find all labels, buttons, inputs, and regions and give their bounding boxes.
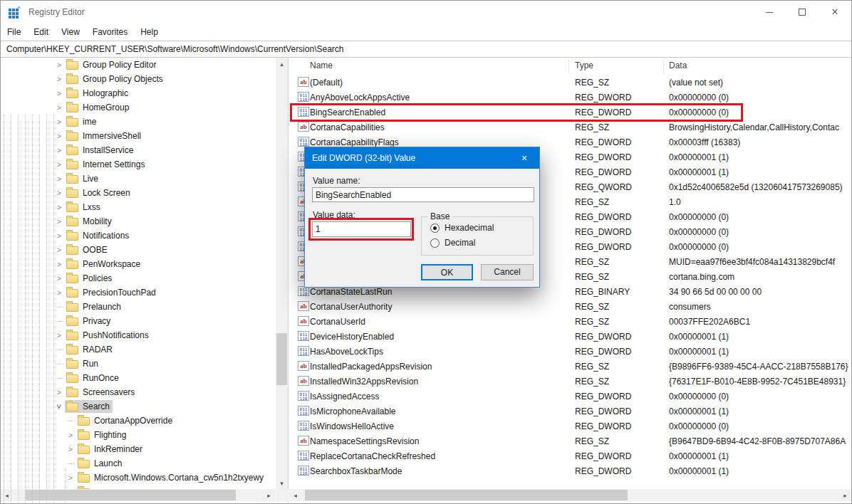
tree-item-body[interactable]: PenWorkspace	[65, 258, 143, 271]
tree-item-body[interactable]: Holographic	[65, 87, 131, 100]
dialog-title-bar[interactable]: Edit DWORD (32-bit) Value ×	[305, 147, 539, 169]
tree-item-body[interactable]: CortanaAppOverride	[76, 414, 175, 427]
expand-chevron-icon[interactable]: >	[53, 159, 65, 170]
expand-chevron-icon[interactable]: >	[65, 429, 76, 441]
tree-item[interactable]: >PenWorkspace	[1, 257, 275, 271]
tree-item-body[interactable]: Lock Screen	[65, 187, 133, 199]
tree-item-body[interactable]: HomeGroup	[65, 101, 132, 114]
tree-item[interactable]: >OOBE	[1, 243, 275, 257]
tree-item-body[interactable]: ImmersiveShell	[65, 130, 144, 142]
tree-item[interactable]: >Lxss	[1, 200, 275, 214]
tree-item[interactable]: >ImmersiveShell	[1, 129, 275, 143]
tree-item-body[interactable]: Mobility	[65, 215, 115, 228]
expand-chevron-icon[interactable]: >	[65, 443, 76, 455]
tree-item-body[interactable]: PrecisionTouchPad	[65, 286, 159, 299]
registry-value-row[interactable]: 011110HasAboveLockTipsREG_DWORD0x0000000…	[289, 344, 851, 359]
scroll-right-icon[interactable]: ▸	[263, 489, 275, 501]
column-divider[interactable]	[568, 59, 569, 73]
expand-chevron-icon[interactable]: >	[53, 216, 65, 227]
tree-item[interactable]: Prelaunch	[1, 300, 275, 314]
list-horizontal-scrollbar[interactable]: ◂ ▸	[289, 489, 851, 501]
scroll-left-icon[interactable]: ◂	[289, 489, 301, 501]
tree-item-body[interactable]: Search	[65, 400, 113, 413]
tree-item-body[interactable]: Run	[65, 357, 101, 370]
registry-value-row[interactable]: abNamespaceSettingsRevisionREG_SZ{B9647B…	[289, 434, 851, 448]
tree-item-body[interactable]: Screensavers	[65, 386, 137, 399]
tree-item[interactable]: CortanaAppOverride	[1, 414, 275, 428]
tree-item[interactable]: >InkReminder	[1, 442, 275, 456]
tree-item[interactable]: >ime	[1, 115, 275, 129]
radio-option-decimal[interactable]: Decimal	[430, 238, 475, 248]
registry-value-row[interactable]: abInstalledPackagedAppsRevisionREG_SZ{B9…	[289, 359, 851, 374]
tree-item[interactable]: Run	[1, 357, 275, 371]
registry-value-row[interactable]: 011110IsAssignedAccessREG_DWORD0x0000000…	[289, 389, 851, 404]
tree-item-body[interactable]: Microsoft.Windows.Cortana_cw5n1h2txyewy	[76, 471, 266, 484]
scroll-down-icon[interactable]: ▾	[276, 477, 288, 489]
expand-chevron-icon[interactable]: >	[65, 472, 76, 483]
menu-favorites[interactable]: Favorites	[86, 26, 134, 38]
scrollbar-thumb[interactable]	[276, 333, 287, 385]
tree-item-body[interactable]: Live	[65, 172, 101, 185]
tree-item[interactable]: >Search	[1, 399, 275, 414]
tree-item[interactable]: >Live	[1, 172, 275, 186]
menu-file[interactable]: File	[1, 26, 27, 38]
column-header-type[interactable]: Type	[575, 61, 593, 70]
tree-item-body[interactable]: RADAR	[65, 343, 115, 356]
tree-item-body[interactable]: Lxss	[65, 201, 103, 214]
tree-item[interactable]: >InstallService	[1, 143, 275, 157]
tree-item[interactable]: >Group Policy Editor	[1, 58, 275, 72]
close-button[interactable]: ×	[819, 1, 851, 23]
expand-chevron-icon[interactable]: >	[53, 201, 65, 213]
expand-chevron-icon[interactable]: >	[53, 244, 65, 256]
tree-item-body[interactable]: InkReminder	[76, 443, 145, 456]
registry-value-row[interactable]: abCortanaCapabilitiesREG_SZBrowsingHisto…	[289, 120, 851, 135]
tree-item[interactable]: >Policies	[1, 271, 275, 285]
tree-item-body[interactable]: Policies	[65, 272, 115, 285]
tree-item[interactable]: RADAR	[1, 342, 275, 357]
tree-item-body[interactable]	[76, 485, 97, 489]
tree-item-body[interactable]: Group Policy Editor	[65, 58, 159, 71]
tree-item[interactable]: >Lock Screen	[1, 186, 275, 200]
scroll-up-icon[interactable]: ▴	[276, 58, 288, 70]
tree-item-body[interactable]: Launch	[76, 457, 125, 470]
tree-item[interactable]: >Group Policy Objects	[1, 72, 275, 86]
expand-chevron-icon[interactable]: >	[53, 258, 65, 270]
tree-item[interactable]: >Screensavers	[1, 385, 275, 399]
registry-value-row[interactable]: 011110ReplaceCortanaCheckRefreshedREG_DW…	[289, 448, 851, 463]
tree-item-body[interactable]: InstallService	[65, 144, 136, 157]
expand-chevron-icon[interactable]: >	[53, 387, 65, 398]
registry-value-row[interactable]: 011110IsMicrophoneAvailableREG_DWORD0x00…	[289, 404, 851, 419]
scrollbar-thumb[interactable]	[305, 490, 628, 500]
tree-item[interactable]	[1, 485, 275, 489]
tree-item[interactable]: >PrecisionTouchPad	[1, 285, 275, 300]
cancel-button[interactable]: Cancel	[481, 264, 534, 280]
registry-value-row[interactable]: abInstalledWin32AppsRevisionREG_SZ{76317…	[289, 374, 851, 389]
radio-option-hexadecimal[interactable]: Hexadecimal	[430, 223, 494, 233]
tree-item-body[interactable]: Flighting	[76, 429, 129, 441]
expand-chevron-icon[interactable]: >	[53, 130, 65, 142]
expand-chevron-icon[interactable]: >	[53, 88, 65, 99]
tree-item[interactable]: Privacy	[1, 314, 275, 328]
registry-value-row[interactable]: 011110DeviceHistoryEnabledREG_DWORD0x000…	[289, 329, 851, 344]
scrollbar-thumb[interactable]	[26, 490, 236, 500]
registry-value-row[interactable]: abCortanaUserIdREG_SZ00037FFE202A6BC1	[289, 314, 851, 329]
tree-item-body[interactable]: Privacy	[65, 315, 113, 327]
expand-chevron-icon[interactable]: >	[53, 102, 65, 113]
tree-item[interactable]: >Holographic	[1, 86, 275, 100]
tree-item-body[interactable]: Prelaunch	[65, 300, 124, 313]
registry-value-row[interactable]: 011110IsWindowsHelloActiveREG_DWORD0x000…	[289, 419, 851, 434]
tree-item-body[interactable]: Internet Settings	[65, 158, 147, 171]
expand-chevron-icon[interactable]: >	[53, 230, 65, 241]
tree-item[interactable]: RunOnce	[1, 371, 275, 385]
menu-edit[interactable]: Edit	[27, 26, 55, 38]
expand-chevron-icon[interactable]: >	[53, 330, 65, 341]
expand-chevron-icon[interactable]: >	[53, 116, 65, 127]
expand-chevron-icon[interactable]: >	[53, 145, 65, 156]
dialog-close-icon[interactable]: ×	[509, 147, 539, 169]
column-header-name[interactable]: Name	[310, 61, 333, 70]
minimize-button[interactable]	[753, 1, 786, 23]
tree-item[interactable]: >Notifications	[1, 229, 275, 243]
value-name-field[interactable]	[312, 187, 534, 202]
tree-item-body[interactable]: ime	[65, 115, 99, 128]
ok-button[interactable]: OK	[421, 264, 473, 280]
